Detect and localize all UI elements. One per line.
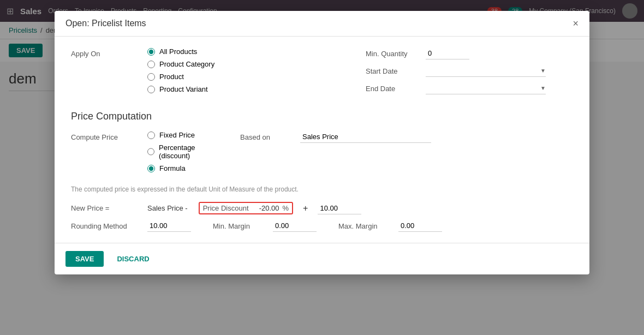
apply-on-label: Apply On — [71, 47, 147, 58]
radio-fixed-price-label: Fixed Price — [159, 131, 195, 139]
end-date-dropdown-icon[interactable]: ▼ — [540, 85, 546, 91]
end-date-row: End Date ▼ — [366, 82, 573, 94]
radio-product-category-label: Product Category — [159, 60, 214, 68]
radio-formula-input[interactable] — [147, 165, 155, 172]
apply-on-left: Apply On All Products Product Category — [71, 47, 366, 100]
radio-fixed-price-input[interactable] — [147, 131, 155, 139]
compute-price-label: Compute Price — [71, 131, 147, 141]
radio-all-products[interactable]: All Products — [147, 47, 366, 56]
based-on-select[interactable]: Sales Price Other Pricelist Cost — [300, 131, 420, 142]
new-price-label: New Price = — [71, 204, 142, 212]
based-on-label: Based on — [240, 133, 295, 141]
rounding-method-input[interactable] — [147, 220, 191, 232]
price-discount-label: Price Discount — [203, 204, 249, 212]
compute-price-row: Compute Price Fixed Price Percentage (di… — [71, 131, 224, 172]
quantity-dates-section: Min. Quantity Start Date ▼ End Date — [366, 47, 573, 100]
price-discount-pct: % — [283, 204, 289, 212]
radio-fixed-price[interactable]: Fixed Price — [147, 131, 224, 139]
hint-text: The computed price is expressed in the d… — [71, 186, 573, 193]
radio-percentage[interactable]: Percentage (discount) — [147, 143, 224, 160]
radio-formula[interactable]: Formula — [147, 164, 224, 172]
price-computation-section: Compute Price Fixed Price Percentage (di… — [71, 131, 573, 179]
price-discount-box: Price Discount -20.00 % — [199, 202, 293, 214]
radio-percentage-input[interactable] — [147, 148, 154, 155]
start-date-row: Start Date ▼ — [366, 65, 573, 77]
radio-product-variant-input[interactable] — [147, 86, 155, 93]
radio-all-products-label: All Products — [159, 47, 197, 56]
based-on-row: Based on Sales Price Other Pricelist Cos… — [240, 131, 431, 143]
max-margin-input[interactable] — [398, 220, 442, 232]
end-date-label: End Date — [366, 85, 420, 93]
start-date-input[interactable] — [426, 65, 538, 76]
plus-sign: + — [299, 204, 312, 213]
rounding-method-label: Rounding Method — [71, 222, 142, 230]
radio-all-products-input[interactable] — [147, 48, 155, 56]
discard-button[interactable]: DISCARD — [109, 251, 157, 267]
radio-product-category[interactable]: Product Category — [147, 60, 366, 68]
end-date-input[interactable] — [426, 82, 538, 94]
min-quantity-label: Min. Quantity — [366, 50, 420, 58]
min-quantity-input[interactable] — [426, 47, 469, 59]
close-button[interactable]: × — [573, 19, 579, 28]
modal-overlay: Open: Pricelist Items × Apply On All Pro… — [0, 0, 644, 335]
min-margin-input[interactable] — [273, 220, 317, 232]
radio-product-category-input[interactable] — [147, 61, 155, 68]
apply-on-options: All Products Product Category Product — [147, 47, 366, 93]
price-discount-value: -20.00 — [252, 204, 279, 212]
start-date-dropdown-icon[interactable]: ▼ — [540, 68, 546, 74]
radio-product-variant[interactable]: Product Variant — [147, 85, 366, 93]
modal-header: Open: Pricelist Items × — [55, 11, 589, 37]
modal-footer: SAVE DISCARD — [55, 243, 589, 274]
apply-on-section: Apply On All Products Product Category — [71, 47, 573, 100]
radio-product-variant-label: Product Variant — [159, 85, 208, 93]
compute-price-left: Compute Price Fixed Price Percentage (di… — [71, 131, 224, 179]
radio-product[interactable]: Product — [147, 73, 366, 81]
max-margin-label: Max. Margin — [338, 222, 393, 230]
rounding-margins-row: Rounding Method Min. Margin Max. Margin — [71, 220, 573, 232]
radio-percentage-label: Percentage (discount) — [159, 143, 224, 160]
save-button[interactable]: SAVE — [65, 251, 104, 267]
radio-formula-label: Formula — [159, 164, 186, 172]
price-computation-title: Price Computation — [71, 111, 573, 122]
radio-product-label: Product — [159, 73, 184, 81]
min-margin-label: Min. Margin — [213, 222, 267, 230]
plus-value-input[interactable] — [318, 202, 361, 214]
based-on-section: Based on Sales Price Other Pricelist Cos… — [224, 131, 431, 148]
new-price-row: New Price = Sales Price - Price Discount… — [71, 202, 573, 214]
sales-price-label: Sales Price - — [147, 204, 188, 212]
min-quantity-row: Min. Quantity — [366, 47, 573, 59]
apply-on-row: Apply On All Products Product Category — [71, 47, 366, 93]
pricelist-items-modal: Open: Pricelist Items × Apply On All Pro… — [55, 11, 589, 274]
modal-title: Open: Pricelist Items — [65, 19, 146, 28]
modal-body: Apply On All Products Product Category — [55, 37, 589, 243]
radio-product-input[interactable] — [147, 73, 155, 81]
start-date-label: Start Date — [366, 67, 420, 75]
compute-price-options: Fixed Price Percentage (discount) Formul… — [147, 131, 224, 172]
